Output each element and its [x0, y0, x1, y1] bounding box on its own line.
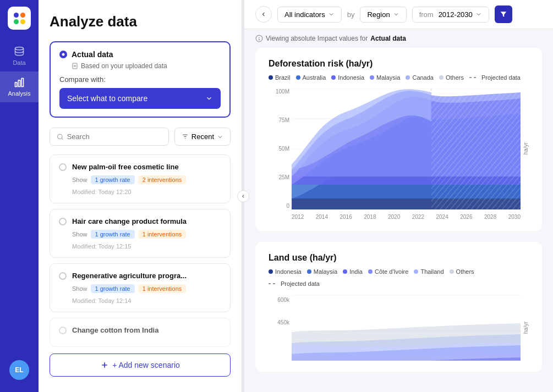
tag-interventions[interactable]: 1 interventions — [138, 284, 187, 293]
sidebar-item-data[interactable]: Data — [0, 41, 39, 71]
search-filter-bar: Recent — [50, 128, 231, 146]
svg-point-15 — [259, 40, 259, 40]
date-range-dropdown[interactable]: from 2012-2030 — [412, 7, 489, 23]
scenario-card[interactable]: Change cotton from India — [50, 318, 231, 347]
bar-chart-icon — [14, 77, 25, 88]
x-2022: 2022 — [412, 214, 424, 220]
search-icon — [57, 133, 64, 141]
based-on-label: Based on your uploaded data — [81, 62, 167, 70]
collapse-button[interactable] — [237, 190, 249, 202]
recent-button[interactable]: Recent — [174, 128, 231, 146]
page-title: Analyze data — [50, 13, 231, 30]
viewing-prefix: Viewing absolute Impact values for — [266, 35, 368, 42]
sidebar-item-analysis[interactable]: Analysis — [0, 71, 39, 102]
logo-dot-green — [14, 19, 19, 24]
legend-brazil: Brazil — [269, 74, 291, 81]
svg-rect-2 — [18, 80, 20, 87]
logo-dot-blue — [14, 13, 19, 18]
modified-text: Modified: Today 12:20 — [59, 189, 221, 195]
logo-dots — [14, 13, 25, 24]
chevron-down-region-icon — [393, 11, 399, 18]
show-label: Show — [72, 285, 87, 292]
add-scenario-button[interactable]: + Add new scenario — [50, 354, 231, 377]
legend-dot-canada — [406, 75, 410, 80]
x-2018: 2018 — [364, 214, 376, 220]
scenario-tags: Show 1 growth rate 1 interventions — [59, 230, 221, 239]
legend-projected-line — [469, 77, 478, 78]
sidebar-label-analysis: Analysis — [8, 90, 31, 97]
deforestation-chart-svg — [292, 89, 521, 209]
chart-landuse: Land use (ha/yr) Indonesia Malaysia Indi… — [255, 242, 542, 372]
scenario-card[interactable]: Regenerative agriculture progra... Show … — [50, 263, 231, 312]
add-scenario-label: + Add new scenario — [112, 361, 180, 369]
landuse-chart-svg — [292, 295, 521, 361]
tag-growth[interactable]: 1 growth rate — [91, 175, 135, 184]
tag-growth[interactable]: 1 growth rate — [91, 230, 135, 239]
show-label: Show — [72, 231, 87, 238]
viewing-info: Viewing absolute Impact values for Actua… — [244, 29, 553, 48]
avatar-initials: EL — [15, 366, 23, 374]
funnel-icon — [500, 10, 507, 18]
legend-dot-lu-others — [450, 269, 454, 274]
y-label-50m: 50M — [279, 146, 289, 152]
select-compare-button[interactable]: Select what to compare — [59, 88, 221, 109]
filter-button[interactable] — [495, 5, 512, 23]
chart-svg-container: 2012 2014 2016 2018 2020 2022 2024 2026 … — [292, 89, 521, 220]
tag-growth[interactable]: 1 growth rate — [91, 284, 135, 293]
region-label: Region — [367, 10, 390, 19]
top-bar: All indicators by Region from 2012-2030 — [244, 0, 553, 29]
scenario-card[interactable]: Hair care change product formula Show 1 … — [50, 209, 231, 258]
scenario-card[interactable]: New palm-oil free cosmetic line Show 1 g… — [50, 154, 231, 203]
chart-landuse-title: Land use (ha/yr) — [269, 253, 529, 263]
svg-rect-3 — [21, 79, 23, 87]
scenario-tags: Show 1 growth rate 2 interventions — [59, 175, 221, 184]
x-2026: 2026 — [460, 214, 472, 220]
legend-dot-brazil — [269, 75, 273, 80]
legend-label-lu-indonesia: Indonesia — [275, 268, 302, 275]
date-range-label: 2012-2030 — [439, 10, 473, 19]
scenario-radio[interactable] — [59, 163, 67, 171]
region-dropdown[interactable]: Region — [360, 7, 406, 23]
back-button[interactable] — [255, 6, 272, 23]
compare-label: Compare with: — [59, 75, 221, 84]
y-label-100m: 100M — [276, 89, 289, 95]
actual-data-card: Actual data Based on your uploaded data … — [50, 41, 231, 118]
y-label-25m: 25M — [279, 174, 289, 180]
from-label: from — [419, 10, 434, 19]
x-2028: 2028 — [484, 214, 496, 220]
actual-data-label: Actual data — [72, 50, 113, 59]
legend-label-projected: Projected data — [481, 74, 521, 81]
scenario-radio[interactable] — [59, 272, 67, 280]
chevron-down-date-icon — [475, 11, 482, 18]
user-avatar[interactable]: EL — [9, 360, 29, 380]
scenario-tags: Show 1 growth rate 1 interventions — [59, 284, 221, 293]
scenario-radio[interactable] — [59, 327, 67, 334]
chart-landuse-legend: Indonesia Malaysia India Côte d'Ivoire T… — [269, 268, 529, 287]
sidebar-label-data: Data — [13, 59, 25, 66]
legend-label-lu-thailand: Thailand — [420, 268, 444, 275]
info-icon — [255, 35, 263, 42]
all-indicators-dropdown[interactable]: All indicators — [277, 7, 342, 23]
x-2024: 2024 — [436, 214, 448, 220]
search-input[interactable] — [67, 132, 162, 141]
y-label-0: 0 — [286, 203, 289, 209]
document-icon — [72, 63, 78, 69]
logo-dot-yellow — [20, 19, 25, 24]
actual-data-radio[interactable] — [59, 51, 67, 58]
scenario-header: New palm-oil free cosmetic line — [59, 163, 221, 171]
tag-interventions[interactable]: 1 interventions — [138, 230, 187, 239]
legend-indonesia: Indonesia — [331, 74, 364, 81]
scenario-radio[interactable] — [59, 218, 67, 225]
x-axis: 2012 2014 2016 2018 2020 2022 2024 2026 … — [292, 212, 521, 220]
tag-interventions[interactable]: 2 interventions — [138, 175, 187, 184]
legend-lu-indonesia: Indonesia — [269, 268, 302, 275]
filter-icon — [182, 133, 189, 140]
by-label: by — [347, 10, 355, 19]
app-logo — [8, 7, 31, 30]
legend-malaysia: Malaysia — [370, 74, 400, 81]
scenario-title: Regenerative agriculture progra... — [72, 272, 187, 280]
search-box[interactable] — [50, 128, 169, 146]
legend-dot-australia — [296, 75, 300, 80]
legend-label-lu-ivoire: Côte d'Ivoire — [375, 268, 408, 275]
legend-lu-projected-line — [269, 283, 277, 284]
